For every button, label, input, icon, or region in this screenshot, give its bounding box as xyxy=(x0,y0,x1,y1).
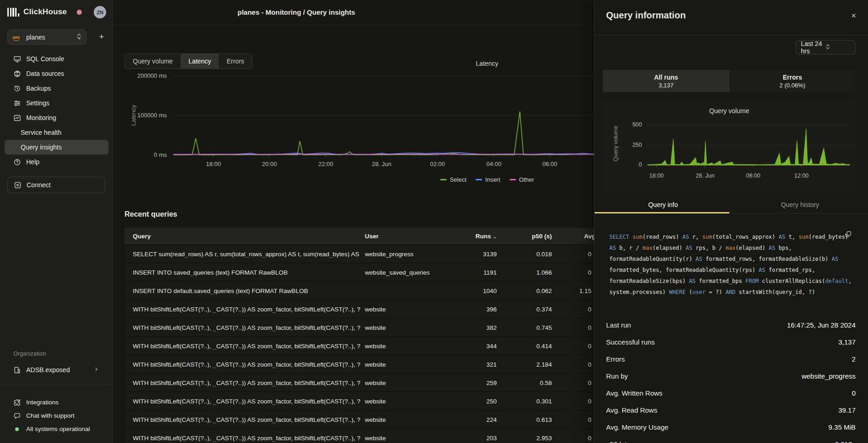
help-icon xyxy=(13,158,21,166)
cell-query: WITH bitShiftLeft(CAST(?..), _CAST(?..))… xyxy=(133,361,360,368)
sidebar-item-label: Monitoring xyxy=(26,114,56,121)
table-row[interactable]: SELECT sum(read_rows) AS r, sum(total_ro… xyxy=(125,244,598,263)
table-row[interactable]: WITH bitShiftLeft(CAST(?..), _CAST(?..))… xyxy=(125,336,598,355)
summary-tab-errors[interactable]: Errors2 (0.06%) xyxy=(729,70,856,92)
tab-query-info[interactable]: Query info xyxy=(595,199,732,213)
latency-chart-title: Latency xyxy=(441,60,533,67)
sidebar-item-backups[interactable]: Backups xyxy=(0,81,113,96)
x-tick: 18:00 xyxy=(649,173,664,179)
cell-p50: 1.066 xyxy=(506,269,552,276)
tab-query-history[interactable]: Query history xyxy=(732,199,868,213)
column-header-p50[interactable]: p50 (s) xyxy=(506,233,552,240)
summary-tab-all-runs[interactable]: All runs3,137 xyxy=(603,70,729,92)
cell-avg: 0 xyxy=(556,379,591,386)
sidebar-item-monitoring[interactable]: Monitoring xyxy=(0,110,113,125)
stat-label: Avg. Memory Usage xyxy=(606,423,669,431)
sidebar-item-service-health[interactable]: Service health xyxy=(0,125,113,140)
brand-name: ClickHouse xyxy=(23,7,67,17)
organization-name: ADSB.exposed xyxy=(26,366,70,374)
time-range-select[interactable]: Last 24 hrs xyxy=(795,40,856,55)
column-header-runs[interactable]: Runs⌄ xyxy=(442,233,497,240)
cell-avg: 0 xyxy=(556,250,591,257)
table-row[interactable]: WITH bitShiftLeft(CAST(?..), _CAST(?..))… xyxy=(125,373,598,391)
tab-latency[interactable]: Latency xyxy=(181,54,219,69)
add-service-button[interactable]: + xyxy=(96,30,108,43)
organization-item[interactable]: ADSB.exposed › xyxy=(0,362,113,377)
app-screen: ClickHouse ZN aws planes + SQL ConsoleDa… xyxy=(0,0,868,443)
cell-p50: 0.062 xyxy=(506,287,552,294)
query-volume-x-ticks: 18:0028. Jun06:0012:00 xyxy=(647,173,850,179)
stat-label: Avg. Written Rows xyxy=(606,389,663,397)
legend-item-select[interactable]: Select xyxy=(440,176,466,183)
sidebar-item-query-insights[interactable]: Query insights xyxy=(5,140,108,155)
sort-desc-icon: ⌄ xyxy=(493,234,497,239)
stat-row: Run bywebsite_progress xyxy=(606,368,856,385)
table-row[interactable]: INSERT INTO default.saved_queries (text)… xyxy=(125,281,598,299)
stat-label: p50 latency xyxy=(606,440,641,443)
chevron-updown-icon xyxy=(77,33,81,41)
sidebar-item-label: SQL Console xyxy=(26,55,64,63)
table-row[interactable]: WITH bitShiftLeft(CAST(?..), _CAST(?..))… xyxy=(125,299,598,318)
stat-value: 0.018s xyxy=(835,440,856,443)
cell-p50: 0.613 xyxy=(506,416,552,423)
cell-avg: 0 xyxy=(556,305,591,312)
cell-user: website_saved_queries xyxy=(365,269,443,276)
table-row[interactable]: WITH bitShiftLeft(CAST(?..), _CAST(?..))… xyxy=(125,318,598,336)
sidebar-footer: IntegrationsChat with supportAll systems… xyxy=(0,396,113,436)
connect-button[interactable]: Connect xyxy=(7,177,105,193)
cell-avg: 0 xyxy=(556,397,591,404)
brand-logo[interactable]: ClickHouse xyxy=(7,6,67,18)
stat-row: p50 latency0.018s xyxy=(606,436,856,443)
stat-value: website_progress xyxy=(801,372,856,380)
latency-chart xyxy=(173,76,594,155)
sidebar-item-settings[interactable]: Settings xyxy=(0,96,113,110)
cell-avg: 0 xyxy=(556,416,591,423)
user-avatar[interactable]: ZN xyxy=(94,6,106,18)
x-tick: 28. Jun xyxy=(372,161,391,167)
cell-query: WITH bitShiftLeft(CAST(?..), _CAST(?..))… xyxy=(133,379,360,386)
stat-label: Run by xyxy=(606,372,628,380)
legend-item-insert[interactable]: Insert xyxy=(476,176,500,183)
cell-runs: 203 xyxy=(442,434,497,441)
chart-box-icon xyxy=(13,114,21,122)
x-tick: 22:00 xyxy=(318,161,334,167)
cell-p50: 0.414 xyxy=(506,342,552,349)
stat-row: Last run16:47:25, Jun 28 2024 xyxy=(606,316,856,334)
service-name: planes xyxy=(26,34,77,41)
table-row[interactable]: WITH bitShiftLeft(CAST(?..), _CAST(?..))… xyxy=(125,428,598,443)
cell-runs: 1191 xyxy=(442,269,497,276)
latency-legend: SelectInsertOther xyxy=(427,176,547,183)
sidebar-item-sql-console[interactable]: SQL Console xyxy=(0,52,113,66)
table-row[interactable]: WITH bitShiftLeft(CAST(?..), _CAST(?..))… xyxy=(125,391,598,410)
column-header-user[interactable]: User xyxy=(365,233,443,240)
column-header-query[interactable]: Query xyxy=(133,233,360,240)
cell-user: website xyxy=(365,342,443,349)
copy-icon[interactable] xyxy=(845,231,851,237)
detail-tabs: Query infoQuery history xyxy=(595,199,868,213)
sidebar-item-chat-with-support[interactable]: Chat with support xyxy=(0,409,113,422)
notification-dot[interactable] xyxy=(77,10,82,15)
table-row[interactable]: INSERT INTO saved_queries (text) FORMAT … xyxy=(125,263,598,281)
tab-query-volume[interactable]: Query volume xyxy=(125,54,181,69)
aws-icon: aws xyxy=(12,35,23,40)
sidebar-item-data-sources[interactable]: Data sources xyxy=(0,66,113,81)
legend-item-other[interactable]: Other xyxy=(510,176,534,183)
x-tick: 02:00 xyxy=(430,161,445,167)
panel-divider xyxy=(595,35,868,35)
sidebar-item-label: Integrations xyxy=(26,399,59,406)
table-header: Query User Runs⌄ p50 (s) Avg. xyxy=(125,228,598,244)
close-icon[interactable]: × xyxy=(851,11,856,21)
tab-errors[interactable]: Errors xyxy=(219,54,252,69)
table-row[interactable]: WITH bitShiftLeft(CAST(?..), _CAST(?..))… xyxy=(125,410,598,428)
sidebar-item-all-systems-operational[interactable]: All systems operational xyxy=(0,422,113,436)
query-stats-list: Last run16:47:25, Jun 28 2024Successful … xyxy=(606,316,856,443)
cell-avg: 1.15 xyxy=(556,287,591,294)
cell-p50: 0.018 xyxy=(506,250,552,257)
cell-avg: 0 xyxy=(556,269,591,276)
cell-avg: 0 xyxy=(556,324,591,331)
service-selector[interactable]: aws planes xyxy=(7,29,86,45)
sidebar-item-integrations[interactable]: Integrations xyxy=(0,396,113,409)
sidebar-item-help[interactable]: Help xyxy=(0,155,113,169)
table-row[interactable]: WITH bitShiftLeft(CAST(?..), _CAST(?..))… xyxy=(125,355,598,373)
cell-query: WITH bitShiftLeft(CAST(?..), _CAST(?..))… xyxy=(133,397,360,404)
